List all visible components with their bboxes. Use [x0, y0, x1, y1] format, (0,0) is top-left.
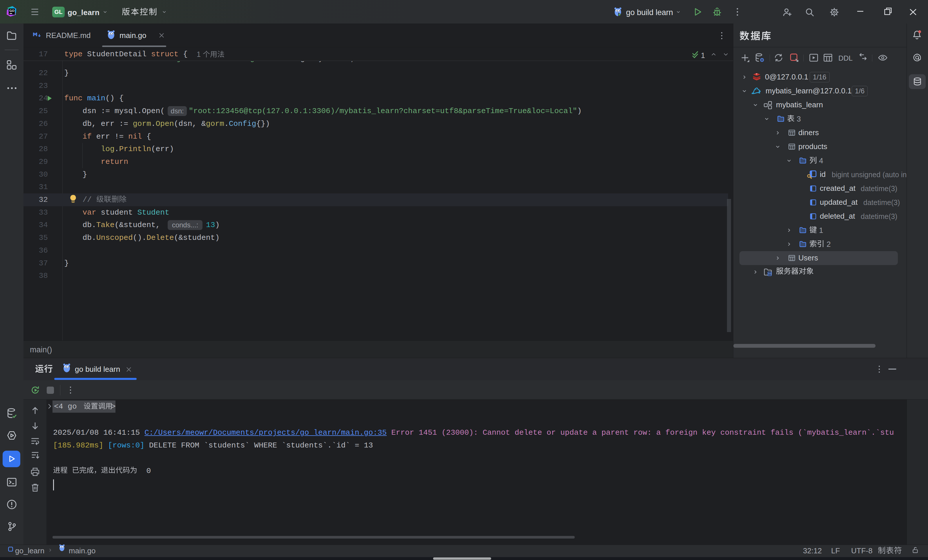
- svg-text:GO: GO: [9, 9, 15, 12]
